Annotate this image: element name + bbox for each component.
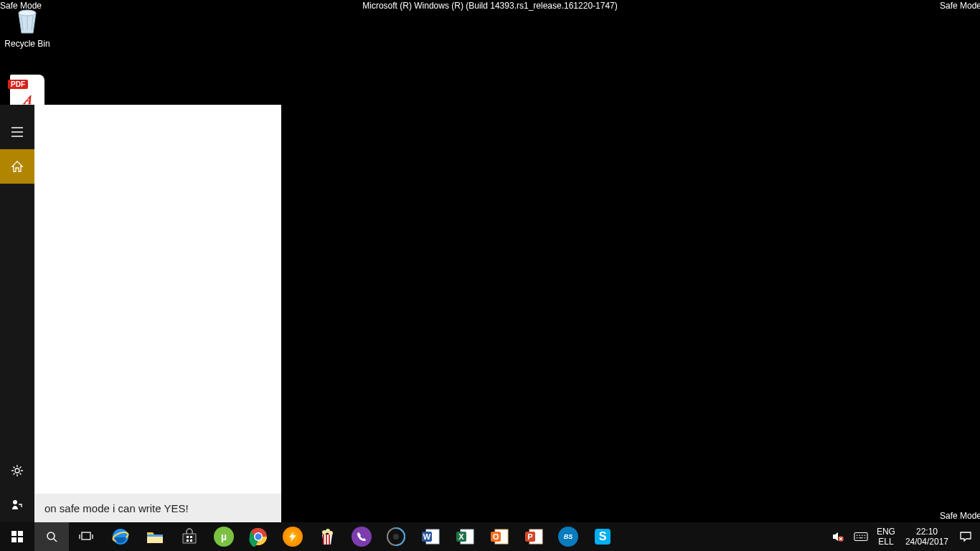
home-button[interactable] xyxy=(0,149,34,184)
hamburger-menu-button[interactable] xyxy=(0,115,34,149)
recycle-bin-label: Recycle Bin xyxy=(0,39,55,49)
microsoft-store-icon[interactable] xyxy=(172,522,207,551)
viber-icon[interactable] xyxy=(344,522,379,551)
clock-time: 22:10 xyxy=(916,527,938,537)
search-results-area xyxy=(34,105,281,494)
language-primary: ENG xyxy=(877,527,895,537)
svg-text:S: S xyxy=(599,530,607,542)
language-secondary: ELL xyxy=(878,537,893,547)
excel-icon[interactable]: X xyxy=(448,522,482,551)
svg-point-1 xyxy=(15,468,19,473)
volume-muted-icon[interactable] xyxy=(826,522,849,551)
start-button[interactable] xyxy=(0,522,34,551)
settings-button[interactable] xyxy=(0,453,34,488)
svg-text:P: P xyxy=(527,532,532,541)
svg-rect-6 xyxy=(18,537,23,542)
file-explorer-icon[interactable] xyxy=(138,522,172,551)
safe-mode-label-bottom-right: Safe Mode xyxy=(940,511,980,521)
word-icon[interactable]: W xyxy=(413,522,448,551)
svg-rect-40 xyxy=(854,533,867,541)
svg-rect-15 xyxy=(187,540,189,542)
svg-rect-3 xyxy=(11,531,17,536)
system-tray: ENG ELL 22:10 24/04/2017 xyxy=(826,522,980,551)
start-search-panel xyxy=(0,105,281,522)
language-indicator[interactable]: ENG ELL xyxy=(872,522,900,551)
feedback-button[interactable] xyxy=(0,488,34,522)
clock[interactable]: 22:10 24/04/2017 xyxy=(900,522,954,551)
daemon-tools-icon[interactable] xyxy=(275,522,310,551)
start-rail xyxy=(0,105,34,522)
chrome-icon[interactable] xyxy=(241,522,275,551)
svg-rect-12 xyxy=(147,534,163,537)
svg-point-19 xyxy=(255,534,262,540)
svg-rect-4 xyxy=(18,531,23,536)
svg-rect-14 xyxy=(190,536,192,538)
recycle-bin-icon xyxy=(10,3,44,37)
outlook-icon[interactable]: O xyxy=(482,522,517,551)
keyboard-icon[interactable] xyxy=(849,522,872,551)
svg-point-7 xyxy=(47,532,55,540)
internet-explorer-icon[interactable] xyxy=(103,522,138,551)
svg-rect-5 xyxy=(11,537,17,542)
svg-rect-13 xyxy=(187,536,189,538)
action-center-icon[interactable] xyxy=(954,522,977,551)
search-input[interactable] xyxy=(34,494,281,522)
safe-mode-label-top-right: Safe Mode xyxy=(940,1,980,11)
clock-date: 24/04/2017 xyxy=(905,537,948,547)
pdf-desktop-icon[interactable]: PDF 𝐴 xyxy=(0,75,55,109)
media-app-icon[interactable] xyxy=(379,522,413,551)
svg-point-2 xyxy=(13,500,17,504)
windows-build-label: Microsoft (R) Windows (R) (Build 14393.r… xyxy=(362,1,618,11)
utorrent-glyph: µ xyxy=(214,527,234,547)
bluestacks-glyph: BS xyxy=(558,527,578,547)
lightning-icon xyxy=(283,527,303,547)
svg-text:X: X xyxy=(458,532,464,541)
svg-point-0 xyxy=(19,10,36,16)
popcorn-time-icon[interactable] xyxy=(310,522,344,551)
pdf-file-icon: PDF 𝐴 xyxy=(10,75,44,109)
svg-rect-16 xyxy=(190,540,192,542)
svg-text:O: O xyxy=(493,532,499,541)
recycle-bin-desktop-icon[interactable]: Recycle Bin xyxy=(0,3,55,49)
svg-point-22 xyxy=(329,531,333,535)
svg-rect-8 xyxy=(82,532,90,540)
search-button[interactable] xyxy=(34,522,69,551)
powerpoint-icon[interactable]: P xyxy=(517,522,551,551)
svg-point-24 xyxy=(393,534,399,540)
task-view-button[interactable] xyxy=(69,522,103,551)
taskbar: µ W X O P BS S xyxy=(0,522,980,551)
search-results-container xyxy=(34,105,281,522)
pdf-badge: PDF xyxy=(8,80,28,89)
skype-icon[interactable]: S xyxy=(585,522,620,551)
phone-icon xyxy=(352,527,372,547)
bluestacks-icon[interactable]: BS xyxy=(551,522,585,551)
svg-text:W: W xyxy=(423,532,431,541)
utorrent-icon[interactable]: µ xyxy=(207,522,241,551)
